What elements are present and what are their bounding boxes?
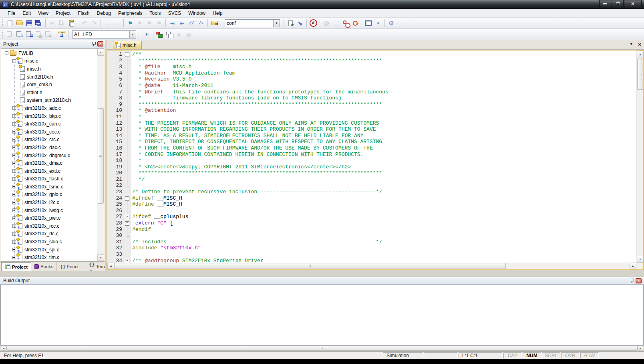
tree-expander-plus-icon[interactable] — [12, 130, 16, 133]
undo-button[interactable] — [80, 18, 89, 28]
tree-item[interactable]: stm32f10x_fsmc.c — [2, 183, 97, 191]
code-line[interactable]: 14 * TIME. AS A RESULT, STMICROELECTRONI… — [107, 133, 636, 139]
redo-button[interactable] — [89, 18, 99, 28]
tree-expander-plus-icon[interactable] — [12, 154, 16, 157]
batch-build-button[interactable] — [34, 30, 44, 39]
indent-button[interactable] — [167, 18, 177, 28]
tree-vertical-scrollbar[interactable]: ▲ ▼ — [97, 49, 104, 261]
tree-expander-plus-icon[interactable] — [12, 185, 16, 188]
tree-expander-plus-icon[interactable] — [12, 216, 16, 220]
scroll-right-icon[interactable]: ▶ — [630, 263, 636, 269]
code-line[interactable]: 2 **************************************… — [107, 58, 636, 64]
tree-item[interactable]: stm32f10x_i2c.c — [2, 198, 97, 206]
code-line[interactable]: 25#define __MISC_H — [107, 201, 636, 208]
menu-file[interactable]: File — [4, 10, 19, 17]
menu-window[interactable]: Window — [185, 10, 209, 17]
code-line[interactable]: 30 — [107, 233, 636, 239]
scrollbar-thumb[interactable] — [637, 59, 643, 90]
fold-margin[interactable] — [124, 195, 130, 202]
tree-item[interactable]: stm32f10x_sdio.c — [2, 238, 97, 246]
tree-item[interactable]: stm32f10x_exti.c — [2, 167, 97, 175]
tree-expander-plus-icon[interactable] — [12, 177, 16, 181]
code-line[interactable]: 31/* Includes --------------------------… — [107, 239, 636, 245]
bp-kill-all-button[interactable] — [350, 18, 360, 28]
stop-build-button[interactable] — [44, 30, 53, 39]
code-line[interactable]: 16 * FROM THE CONTENT OF SUCH FIRMWARE A… — [107, 145, 636, 152]
fold-margin[interactable] — [124, 51, 130, 58]
chevron-down-icon[interactable]: ▼ — [129, 31, 136, 38]
build-output-content[interactable] — [0, 285, 644, 346]
menu-edit[interactable]: Edit — [19, 10, 34, 17]
code-line[interactable]: 4 * @author MCD Application Team — [107, 70, 636, 77]
editor-horizontal-scrollbar[interactable]: ◀ ▶ — [107, 263, 636, 269]
paste-button[interactable] — [66, 18, 76, 28]
bookmark-clear-button[interactable] — [154, 18, 164, 28]
save-all-button[interactable] — [34, 18, 44, 28]
project-panel-close-button[interactable] — [97, 41, 103, 47]
editor-tab-misc-h[interactable]: misc.h — [113, 41, 142, 49]
diamond-button[interactable] — [174, 30, 184, 39]
target-options-button[interactable] — [142, 30, 151, 39]
tree-item[interactable]: stm32f10x_dac.c — [2, 144, 97, 152]
tree-item[interactable]: stm32f10x_can.c — [2, 120, 97, 128]
code-line[interactable]: 27#ifdef __cplusplus — [107, 214, 636, 220]
code-editor[interactable]: 1/**2 **********************************… — [107, 51, 636, 263]
code-line[interactable]: 13 * WITH CODING INFORMATION REGARDING T… — [107, 126, 636, 133]
code-line[interactable]: 32#include "stm32f10x.h" — [107, 245, 636, 251]
bookmark-prev-button[interactable] — [135, 18, 145, 28]
back-button[interactable] — [103, 18, 112, 28]
editor-vertical-scrollbar[interactable]: ▲ ▼ — [636, 51, 643, 263]
tree-item[interactable]: stm32f10x_adc.c — [2, 104, 97, 112]
tree-expander-plus-icon[interactable] — [12, 224, 16, 228]
code-line[interactable]: 1/** — [107, 51, 636, 58]
window-list-drop-button[interactable] — [373, 18, 383, 28]
bp-toggle-button[interactable] — [322, 18, 331, 28]
search-combobox[interactable]: ▼ — [225, 19, 280, 27]
tree-item[interactable]: stm32f10x_tim.c — [2, 253, 97, 261]
code-line[interactable]: 17 * CODING INFORMATION CONTAINED HEREIN… — [107, 152, 636, 158]
code-line[interactable]: 20 *************************************… — [107, 170, 636, 176]
scroll-down-icon[interactable]: ▼ — [97, 254, 104, 261]
tree-item[interactable]: stm32f10x_iwdg.c — [2, 206, 97, 214]
restore-button[interactable] — [612, 0, 624, 7]
debug-button[interactable] — [308, 18, 318, 28]
tab-list-dropdown-icon[interactable]: ▼ — [630, 42, 633, 47]
bookmark-button[interactable] — [125, 18, 135, 28]
menu-flash[interactable]: Flash — [74, 10, 93, 17]
forward-button[interactable] — [112, 18, 122, 28]
code-line[interactable]: 22 — [107, 182, 636, 189]
code-line[interactable]: 12 * THE PRESENT FIRMWARE WHICH IS FOR G… — [107, 120, 636, 127]
code-line[interactable]: 24#ifndef __MISC_H — [107, 195, 636, 202]
tree-expander-plus-icon[interactable] — [12, 169, 16, 173]
tree-expander-plus-icon[interactable] — [12, 122, 16, 126]
menu-project[interactable]: Project — [52, 10, 74, 17]
tree-expander-plus-icon[interactable] — [12, 248, 16, 251]
menu-svcs[interactable]: SVCS — [165, 10, 185, 17]
fold-margin[interactable] — [124, 214, 130, 220]
translate-button[interactable] — [5, 30, 15, 39]
tree-item[interactable]: stm32f10x.h — [2, 73, 97, 81]
panel-tab-books[interactable]: Books — [31, 262, 57, 271]
open-button[interactable] — [15, 18, 24, 28]
tree-expander-minus-icon[interactable] — [12, 59, 16, 63]
tree-item[interactable]: core_cm3.h — [2, 81, 97, 89]
incremental-find-button[interactable] — [295, 18, 305, 28]
code-line[interactable]: 34/** @addtogroup STM32F10x_StdPeriph_Dr… — [107, 258, 636, 263]
code-line[interactable]: 7 * @brief This file contains all the fu… — [107, 89, 636, 95]
load-button[interactable] — [57, 30, 66, 39]
save-button[interactable] — [24, 18, 34, 28]
tree-expander-plus-icon[interactable] — [12, 106, 16, 110]
menu-help[interactable]: Help — [209, 10, 226, 17]
tree-expander-plus-icon[interactable] — [12, 193, 16, 196]
scroll-left-icon[interactable]: ◀ — [107, 263, 114, 269]
tree-expander-minus-icon[interactable] — [5, 51, 8, 55]
target-combobox-input[interactable] — [72, 32, 129, 37]
copy-button[interactable] — [57, 18, 66, 28]
build-output-horizontal-scrollbar[interactable]: ◀ ▶ — [0, 346, 644, 351]
search-combobox-input[interactable] — [225, 20, 273, 26]
uncomment-button[interactable] — [196, 18, 206, 28]
scroll-left-icon[interactable]: ◀ — [1, 346, 6, 351]
scroll-right-icon[interactable]: ▶ — [638, 346, 643, 351]
code-line[interactable]: 33 — [107, 251, 636, 258]
pin-icon[interactable] — [92, 42, 96, 46]
